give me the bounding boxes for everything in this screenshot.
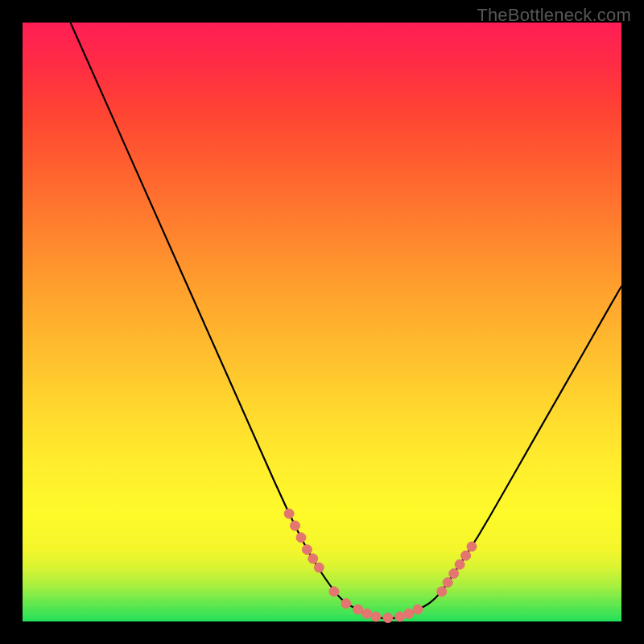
- curve-marker: [341, 599, 351, 609]
- curve-marker: [284, 509, 294, 518]
- curve-marker: [467, 542, 477, 551]
- curve-marker: [308, 554, 318, 564]
- curve-marker: [395, 612, 405, 621]
- chart-container: TheBottleneck.com: [0, 0, 644, 644]
- curve-marker: [362, 609, 372, 618]
- curve-markers: [284, 509, 477, 622]
- curve-marker: [302, 545, 312, 555]
- curve-svg: [23, 23, 621, 621]
- watermark-text: TheBottleneck.com: [477, 5, 631, 26]
- curve-marker: [291, 521, 300, 530]
- curve-marker: [296, 533, 306, 543]
- curve-marker: [353, 605, 363, 614]
- curve-marker: [371, 612, 381, 621]
- curve-marker: [383, 613, 393, 623]
- curve-marker: [461, 551, 471, 560]
- plot-area: [23, 23, 621, 621]
- bottleneck-curve: [71, 23, 622, 618]
- curve-marker: [413, 605, 423, 614]
- curve-marker: [455, 559, 464, 569]
- curve-marker: [314, 563, 324, 572]
- curve-marker: [443, 578, 452, 588]
- curve-marker: [449, 569, 459, 579]
- curve-marker: [437, 587, 447, 597]
- curve-marker: [329, 587, 339, 597]
- curve-marker: [404, 609, 414, 618]
